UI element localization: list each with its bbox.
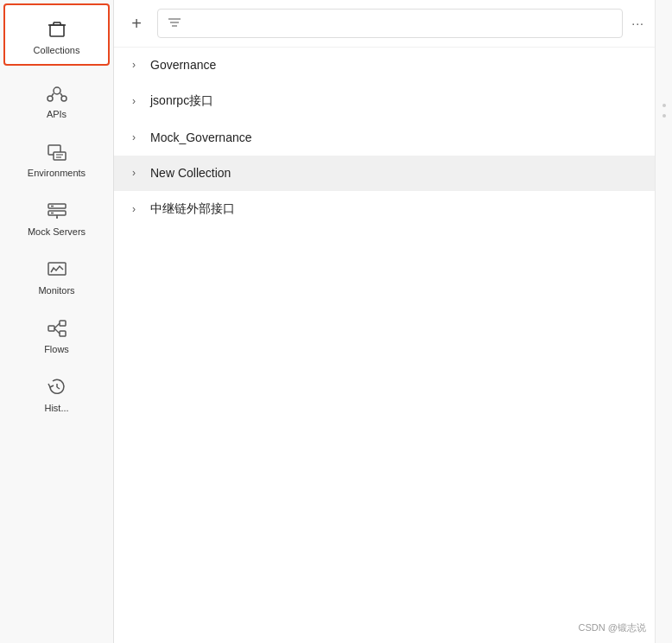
- collection-name: Mock_Governance: [150, 131, 252, 144]
- mock-servers-icon: [45, 199, 69, 223]
- svg-point-5: [54, 87, 60, 94]
- sidebar-item-mock-servers[interactable]: Mock Servers: [0, 187, 113, 245]
- add-collection-button[interactable]: +: [124, 11, 149, 35]
- sidebar-item-label-mock-servers: Mock Servers: [28, 226, 86, 237]
- apis-icon: [45, 81, 69, 105]
- svg-rect-21: [48, 326, 54, 331]
- filter-icon: [167, 15, 182, 33]
- collection-item-relay-chain[interactable]: › 中继链外部接口: [114, 191, 655, 228]
- collection-item-mock-governance[interactable]: › Mock_Governance: [114, 120, 655, 156]
- sidebar-item-label-environments: Environments: [28, 168, 86, 178]
- collection-name: 中继链外部接口: [150, 201, 235, 217]
- collection-item-new-collection[interactable]: › New Collection: [114, 156, 655, 191]
- history-icon: [45, 375, 69, 399]
- svg-rect-22: [60, 321, 66, 326]
- collection-item-governance[interactable]: › Governance: [114, 48, 655, 83]
- collection-item-jsonrpc[interactable]: › jsonrpc接口: [114, 83, 655, 120]
- environments-icon: [45, 140, 69, 164]
- collection-list: › Governance › jsonrpc接口 › Mock_Governan…: [114, 48, 655, 643]
- panel-dot: [662, 114, 666, 118]
- sidebar-item-label-apis: APIs: [47, 109, 67, 119]
- svg-line-24: [54, 323, 60, 328]
- svg-line-8: [52, 93, 54, 96]
- panel-dot: [662, 104, 666, 107]
- collection-name: New Collection: [150, 166, 231, 180]
- sidebar-item-environments[interactable]: Environments: [0, 128, 113, 187]
- sidebar-item-label-history: Hist...: [44, 403, 68, 413]
- svg-rect-0: [50, 25, 64, 36]
- sidebar-item-monitors[interactable]: Monitors: [0, 245, 113, 304]
- collection-name: Governance: [150, 58, 216, 72]
- sidebar-item-flows[interactable]: Flows: [0, 304, 113, 363]
- svg-point-6: [48, 96, 53, 101]
- sidebar: Collections APIs Environments: [0, 0, 114, 643]
- sidebar-item-collections[interactable]: Collections: [3, 3, 110, 66]
- right-panel: [655, 0, 672, 643]
- watermark: CSDN @锻志说: [579, 621, 646, 634]
- svg-point-7: [61, 96, 67, 101]
- monitors-icon: [45, 258, 69, 282]
- svg-line-25: [54, 328, 60, 334]
- svg-rect-23: [60, 331, 66, 336]
- toolbar: + ···: [114, 0, 655, 48]
- chevron-right-icon: ›: [128, 131, 140, 143]
- svg-rect-11: [54, 152, 66, 160]
- more-options-button[interactable]: ···: [631, 16, 644, 30]
- svg-line-9: [60, 93, 62, 96]
- sidebar-item-label-flows: Flows: [44, 344, 69, 354]
- svg-line-27: [57, 387, 60, 389]
- sidebar-item-label-monitors: Monitors: [38, 285, 74, 296]
- chevron-right-icon: ›: [128, 167, 140, 179]
- sidebar-item-history[interactable]: Hist...: [0, 363, 113, 422]
- search-bar[interactable]: [157, 9, 623, 38]
- main-content: + ··· › Governance › jsonrpc接口 › Mock_Go…: [114, 0, 655, 643]
- collections-icon: [45, 17, 69, 41]
- chevron-right-icon: ›: [128, 95, 140, 107]
- sidebar-item-label-collections: Collections: [34, 45, 80, 55]
- collection-name: jsonrpc接口: [150, 93, 213, 109]
- chevron-right-icon: ›: [128, 203, 140, 215]
- sidebar-item-apis[interactable]: APIs: [0, 69, 113, 128]
- flows-icon: [45, 316, 69, 341]
- chevron-right-icon: ›: [128, 59, 140, 71]
